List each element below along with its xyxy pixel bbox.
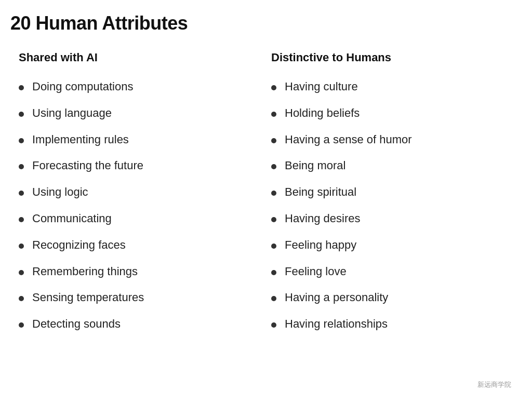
list-1: Having cultureHolding beliefsHaving a se… [271, 79, 507, 332]
list-item: Implementing rules [19, 132, 255, 148]
item-text-0-6: Recognizing faces [32, 237, 255, 253]
list-item: Recognizing faces [19, 237, 255, 253]
item-text-1-6: Feeling happy [285, 237, 507, 253]
list-item: Holding beliefs [271, 105, 507, 122]
bullet-icon [19, 217, 24, 222]
column-1: Distinctive to HumansHaving cultureHoldi… [263, 51, 515, 343]
list-item: Doing computations [19, 79, 255, 95]
page-title: 20 Human Attributes [10, 12, 515, 34]
item-text-1-0: Having culture [285, 79, 507, 95]
bullet-icon [271, 191, 276, 196]
bullet-icon [271, 217, 276, 222]
bullet-icon [19, 112, 24, 117]
list-item: Having relationships [271, 316, 507, 332]
item-text-0-1: Using language [32, 105, 255, 122]
item-text-0-3: Forecasting the future [32, 158, 255, 174]
bullet-icon [19, 244, 24, 249]
list-0: Doing computationsUsing languageImplemen… [19, 79, 255, 332]
bullet-icon [19, 191, 24, 196]
item-text-1-9: Having relationships [285, 316, 507, 332]
list-item: Having desires [271, 211, 507, 227]
list-item: Forecasting the future [19, 158, 255, 174]
columns-container: Shared with AIDoing computationsUsing la… [10, 51, 515, 343]
bullet-icon [271, 322, 276, 328]
item-text-0-8: Sensing temperatures [32, 290, 255, 306]
item-text-1-3: Being moral [285, 158, 507, 174]
list-item: Communicating [19, 211, 255, 227]
bullet-icon [19, 322, 24, 328]
bullet-icon [271, 270, 276, 275]
bullet-icon [271, 138, 276, 143]
bullet-icon [19, 296, 24, 301]
column-0: Shared with AIDoing computationsUsing la… [10, 51, 263, 343]
column-header-0: Shared with AI [19, 51, 255, 64]
list-item: Being moral [271, 158, 507, 174]
list-item: Having culture [271, 79, 507, 95]
item-text-0-7: Remembering things [32, 264, 255, 280]
item-text-0-9: Detecting sounds [32, 316, 255, 332]
item-text-1-8: Having a personality [285, 290, 507, 306]
list-item: Being spiritual [271, 184, 507, 200]
list-item: Remembering things [19, 264, 255, 280]
item-text-0-4: Using logic [32, 184, 255, 200]
list-item: Feeling love [271, 264, 507, 280]
bullet-icon [19, 138, 24, 143]
item-text-1-2: Having a sense of humor [285, 132, 507, 148]
list-item: Sensing temperatures [19, 290, 255, 306]
bullet-icon [19, 164, 24, 169]
bullet-icon [271, 296, 276, 301]
list-item: Using logic [19, 184, 255, 200]
item-text-1-1: Holding beliefs [285, 105, 507, 122]
item-text-0-5: Communicating [32, 211, 255, 227]
bullet-icon [271, 244, 276, 249]
list-item: Having a sense of humor [271, 132, 507, 148]
bullet-icon [19, 270, 24, 275]
item-text-1-4: Being spiritual [285, 184, 507, 200]
column-header-1: Distinctive to Humans [271, 51, 507, 64]
item-text-1-7: Feeling love [285, 264, 507, 280]
item-text-0-2: Implementing rules [32, 132, 255, 148]
bullet-icon [271, 85, 276, 90]
list-item: Detecting sounds [19, 316, 255, 332]
item-text-0-0: Doing computations [32, 79, 255, 95]
list-item: Using language [19, 105, 255, 122]
bullet-icon [271, 164, 276, 169]
list-item: Having a personality [271, 290, 507, 306]
bullet-icon [271, 112, 276, 117]
item-text-1-5: Having desires [285, 211, 507, 227]
bullet-icon [19, 85, 24, 90]
watermark: 新远商学院 [477, 380, 511, 389]
list-item: Feeling happy [271, 237, 507, 253]
